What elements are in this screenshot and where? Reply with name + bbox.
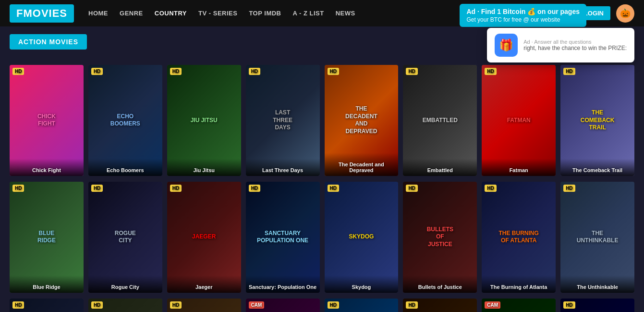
- movie-card[interactable]: JAEGER HD Jaeger: [167, 182, 241, 293]
- movie-title: The Comeback Trail: [560, 159, 634, 176]
- movie-grid-row1: CHICK FIGHT HD Chick Fight ECHO BOOMERS …: [10, 65, 634, 176]
- movie-title: Jaeger: [167, 275, 241, 293]
- movie-card[interactable]: THE UNTHINKABLE HD The Unthinkable: [560, 182, 634, 293]
- movie-badge: HD: [563, 185, 575, 192]
- section-title: ACTION MOVIES: [10, 34, 87, 50]
- movie-card[interactable]: SECRET SOCIETY HD Secret Society: [403, 299, 477, 312]
- movie-card[interactable]: JIU JITSU HD Jiu Jitsu: [167, 65, 241, 176]
- movie-card[interactable]: HD: [10, 299, 84, 312]
- nav-country[interactable]: COUNTRY: [155, 10, 187, 17]
- movie-card[interactable]: BULLETS OF JUSTICE HD Bullets of Justice: [403, 182, 477, 293]
- movie-card[interactable]: CAM: [246, 299, 320, 312]
- movie-badge: HD: [328, 68, 339, 75]
- ad-top-title: Ad · Find 1 Bitcoin 💰 on our pages: [466, 8, 580, 15]
- movie-title: The Unthinkable: [560, 275, 634, 293]
- movie-title: Echo Boomers: [88, 159, 162, 176]
- movie-badge: HD: [170, 185, 182, 192]
- movie-badge: HD: [12, 68, 24, 75]
- movie-grid-row2: BLUE RIDGE HD Blue Ridge ROGUE CITY HD R…: [10, 182, 634, 293]
- movie-badge: HD: [170, 301, 182, 309]
- ad-side-desc: right, have the chance to win the PRIZE:: [523, 45, 627, 51]
- avatar[interactable]: 🎃: [616, 4, 634, 23]
- ad-side-icon: 🎁: [495, 34, 518, 57]
- movie-badge: HD: [249, 68, 260, 75]
- ad-top-sub: Get your BTC for free @ our website: [466, 16, 580, 23]
- movie-card[interactable]: ECHO BOOMERS HD Echo Boomers: [88, 65, 162, 176]
- movie-card[interactable]: HD: [167, 299, 241, 312]
- movie-badge: HD: [91, 68, 103, 75]
- movie-title: Rogue City: [88, 275, 162, 293]
- movie-badge: HD: [91, 301, 103, 309]
- movie-title: Skydog: [325, 275, 399, 293]
- movie-card[interactable]: BATMAN DEATH IN THE FAMILY HD Batman: De…: [325, 299, 399, 312]
- movie-badge: HD: [563, 301, 575, 309]
- logo[interactable]: FMOVIES: [10, 4, 74, 23]
- movie-badge: HD: [249, 185, 260, 192]
- nav-azlist[interactable]: A - Z LIST: [293, 10, 324, 17]
- movie-card[interactable]: THE DECADENT AND DEPRAVED HD The Decaden…: [325, 65, 399, 176]
- movie-title: Chick Fight: [10, 159, 84, 176]
- movie-card[interactable]: BLUE RIDGE HD Blue Ridge: [10, 182, 84, 293]
- movie-title: The Decadent and Depraved: [325, 153, 399, 176]
- movie-title: Bullets of Justice: [403, 275, 477, 293]
- main-content: ACTION MOVIES ⚙ Filter CHICK FIGHT HD Ch…: [0, 26, 644, 312]
- movie-card[interactable]: THE BURNING OF ATLANTA HD The Burning of…: [482, 182, 556, 293]
- movie-title: Blue Ridge: [10, 275, 84, 293]
- nav-tvseries[interactable]: TV - SERIES: [198, 10, 237, 17]
- movie-badge: CAM: [485, 301, 500, 309]
- movie-badge: HD: [91, 185, 103, 192]
- movie-card[interactable]: SKYDOG HD Skydog: [325, 182, 399, 293]
- nav-genre[interactable]: GENRE: [120, 10, 143, 17]
- movie-card[interactable]: HD: [88, 299, 162, 312]
- movie-badge: HD: [328, 185, 339, 192]
- movie-badge: CAM: [249, 301, 265, 309]
- ad-banner-side[interactable]: 🎁 Ad · Answer all the questions right, h…: [487, 28, 634, 62]
- movie-card[interactable]: EMBATTLED HD Embattled: [403, 65, 477, 176]
- movie-card[interactable]: CAM CAM: [482, 299, 556, 312]
- nav-news[interactable]: NEWS: [336, 10, 355, 17]
- nav-home[interactable]: HOME: [88, 10, 108, 17]
- movie-title: Jiu Jitsu: [167, 159, 241, 176]
- movie-card[interactable]: THE COMEBACK TRAIL HD The Comeback Trail: [560, 65, 634, 176]
- movie-badge: HD: [406, 185, 417, 192]
- movie-title: Fatman: [482, 159, 556, 176]
- movie-badge: HD: [12, 301, 24, 309]
- ad-side-label: Ad · Answer all the questions: [523, 39, 627, 45]
- movie-card[interactable]: HD: [560, 299, 634, 312]
- movie-title: Last Three Days: [246, 159, 320, 176]
- movie-badge: HD: [328, 301, 339, 309]
- movie-card[interactable]: CHICK FIGHT HD Chick Fight: [10, 65, 84, 176]
- movie-badge: HD: [170, 68, 182, 75]
- movie-card[interactable]: FATMAN HD Fatman: [482, 65, 556, 176]
- movie-title: Embattled: [403, 159, 477, 176]
- movie-badge: HD: [406, 68, 417, 75]
- nav-topimdb[interactable]: TOP IMDb: [249, 10, 281, 17]
- movie-badge: HD: [485, 185, 496, 192]
- movie-grid-row3: HD HD HD CAM: [10, 299, 634, 312]
- ad-banner-top[interactable]: Ad · Find 1 Bitcoin 💰 on our pages Get y…: [460, 4, 586, 27]
- movie-badge: HD: [406, 301, 417, 309]
- movie-badge: HD: [485, 68, 496, 75]
- movie-badge: HD: [563, 68, 575, 75]
- movie-title: The Burning of Atlanta: [482, 275, 556, 293]
- ad-side-text: Ad · Answer all the questions right, hav…: [523, 39, 627, 51]
- movie-badge: HD: [12, 185, 24, 192]
- header: FMOVIES HOME GENRE COUNTRY TV - SERIES T…: [0, 0, 644, 26]
- movie-card[interactable]: ROGUE CITY HD Rogue City: [88, 182, 162, 293]
- movie-card[interactable]: LAST THREE DAYS HD Last Three Days: [246, 65, 320, 176]
- movie-card[interactable]: SANCTUARY POPULATION ONE HD Sanctuary: P…: [246, 182, 320, 293]
- movie-title: Sanctuary: Population One: [246, 275, 320, 293]
